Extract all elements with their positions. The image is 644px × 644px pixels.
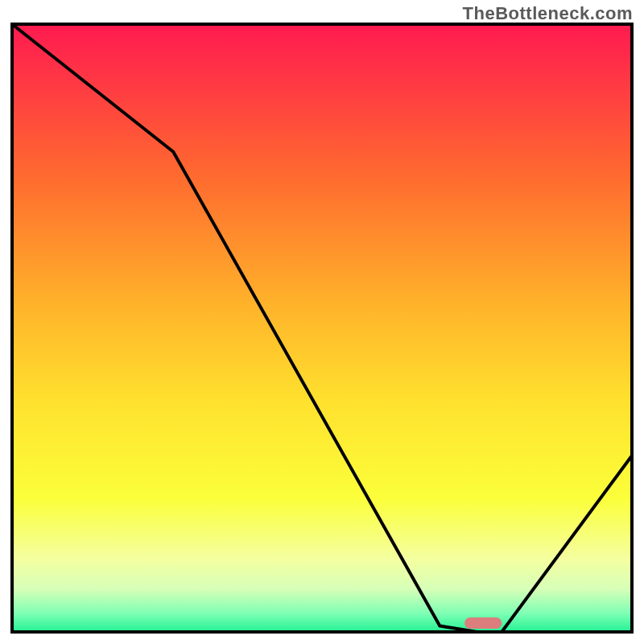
chart-background — [12, 24, 632, 632]
optimal-marker — [464, 617, 502, 629]
bottleneck-chart — [0, 0, 644, 644]
chart-container: TheBottleneck.com — [0, 0, 644, 644]
watermark-text: TheBottleneck.com — [463, 3, 633, 24]
